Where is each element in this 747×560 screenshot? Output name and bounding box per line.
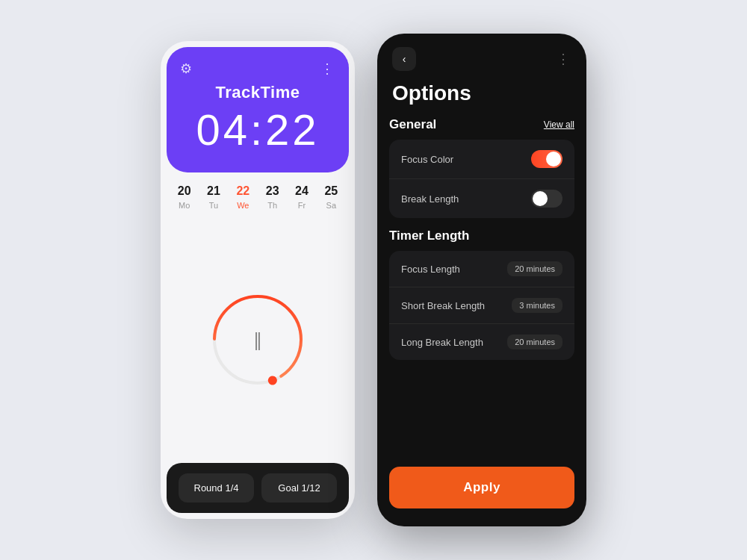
focus-length-label: Focus Length [401,264,460,275]
focus-color-row: Focus Color [389,140,574,178]
apply-button[interactable]: Apply [389,467,574,508]
left-phone: ⚙ ⋮ TrackTime 04:22 20 Mo 21 Tu 22 We 23… [161,41,355,519]
timer-circle-area: ‖ [161,216,355,463]
header-card: ⚙ ⋮ TrackTime 04:22 [167,47,349,172]
general-section: General View all Focus Color Break Lengt… [377,117,586,228]
view-all-link[interactable]: View all [544,119,574,130]
svg-point-2 [267,374,278,385]
bottom-bar: Round 1/4 Goal 1/12 [167,463,349,513]
focus-color-toggle[interactable] [531,150,562,168]
calendar-day-mon[interactable]: 20 Mo [178,184,191,210]
short-break-label: Short Break Length [401,300,485,311]
calendar-day-fri[interactable]: 24 Fr [295,184,309,210]
options-title: Options [377,78,586,117]
right-phone: ‹ ⋮ Options General View all Focus Color… [377,34,586,526]
break-length-toggle[interactable] [531,190,562,208]
gear-icon[interactable]: ⚙ [180,60,192,77]
calendar-day-sat[interactable]: 25 Sa [324,184,338,210]
general-heading: General [389,117,436,132]
right-top-bar: ‹ ⋮ [377,34,586,78]
app-title: TrackTime [216,83,300,102]
apply-section: Apply [377,370,586,526]
long-break-row: Long Break Length 20 minutes [389,323,574,360]
calendar-day-thu[interactable]: 23 Th [266,184,279,210]
break-length-row: Break Length [389,178,574,218]
toggle-thumb-2 [533,191,548,206]
calendar-day-wed[interactable]: 22 We [236,184,249,210]
timer-circle[interactable]: ‖ [209,291,306,388]
short-break-row: Short Break Length 3 minutes [389,287,574,323]
more-options-icon[interactable]: ⋮ [557,51,571,67]
back-button[interactable]: ‹ [392,47,416,71]
focus-length-row: Focus Length 20 minutes [389,251,574,287]
more-options-icon[interactable]: ⋮ [320,60,335,77]
calendar-day-tue[interactable]: 21 Tu [207,184,220,210]
calendar-strip: 20 Mo 21 Tu 22 We 23 Th 24 Fr 25 Sa [161,172,355,216]
focus-length-value[interactable]: 20 minutes [507,261,562,276]
round-button[interactable]: Round 1/4 [179,473,254,503]
goal-button[interactable]: Goal 1/12 [261,473,337,503]
timer-length-section: Timer Length Focus Length 20 minutes Sho… [377,228,586,370]
general-options-card: Focus Color Break Length [389,140,574,218]
timer-length-heading: Timer Length [389,228,469,243]
timer-options-card: Focus Length 20 minutes Short Break Leng… [389,251,574,360]
long-break-label: Long Break Length [401,337,483,348]
timer-display: 04:22 [196,108,319,152]
pause-icon: ‖ [253,329,262,350]
break-length-label: Break Length [401,193,459,205]
short-break-value[interactable]: 3 minutes [512,298,562,313]
focus-color-label: Focus Color [401,154,453,165]
long-break-value[interactable]: 20 minutes [507,335,562,349]
toggle-thumb [546,152,561,167]
